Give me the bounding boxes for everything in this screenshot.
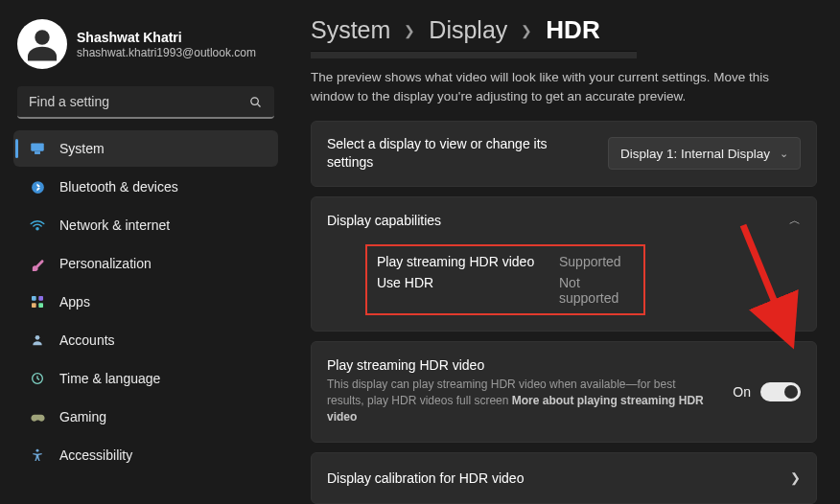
crumb-hdr: HDR <box>546 15 599 45</box>
search-input[interactable] <box>29 94 247 109</box>
nav-network[interactable]: Network & internet <box>13 207 278 243</box>
svg-point-5 <box>32 181 44 194</box>
nav-accounts[interactable]: Accounts <box>13 322 278 358</box>
cap-row-value: Supported <box>559 254 634 269</box>
wifi-icon <box>29 217 46 234</box>
svg-point-1 <box>250 97 258 104</box>
svg-point-13 <box>36 449 39 452</box>
clock-icon <box>29 370 46 387</box>
stream-hdr-description: This display can play streaming HDR vide… <box>327 377 713 426</box>
bluetooth-icon <box>29 178 46 195</box>
chevron-right-icon: ❯ <box>404 23 415 38</box>
capabilities-highlight: Play streaming HDR video Supported Use H… <box>365 244 645 315</box>
svg-point-11 <box>35 335 40 340</box>
nav-bluetooth[interactable]: Bluetooth & devices <box>13 169 278 205</box>
stream-hdr-title: Play streaming HDR video <box>327 357 713 373</box>
play-streaming-hdr-panel: Play streaming HDR video This display ca… <box>311 341 817 443</box>
display-calibration-panel[interactable]: Display calibration for HDR video ❯ <box>311 452 817 504</box>
search-box[interactable] <box>17 86 274 119</box>
user-name: Shashwat Khatri <box>77 29 256 46</box>
main-content: System ❯ Display ❯ HDR The preview shows… <box>288 0 840 504</box>
apps-icon <box>29 293 46 310</box>
nav-label: Network & internet <box>59 218 170 233</box>
nav-label: System <box>59 141 105 156</box>
accessibility-icon <box>29 447 46 464</box>
svg-rect-10 <box>38 303 43 308</box>
crumb-display[interactable]: Display <box>429 16 507 44</box>
nav-label: Accessibility <box>59 447 132 463</box>
display-capabilities-header[interactable]: Display capabilities ︿ <box>312 197 816 244</box>
sidebar: Shashwat Khatri shashwat.khatri1993@outl… <box>0 0 288 504</box>
stream-hdr-toggle[interactable] <box>760 382 801 401</box>
nav-label: Time & language <box>59 371 160 386</box>
nav-gaming[interactable]: Gaming <box>13 399 278 435</box>
nav-personalization[interactable]: Personalization <box>13 245 278 282</box>
chevron-right-icon: ❯ <box>521 23 532 38</box>
nav-label: Bluetooth & devices <box>59 179 178 195</box>
avatar <box>17 19 67 69</box>
display-dropdown[interactable]: Display 1: Internal Display ⌄ <box>608 137 801 170</box>
chevron-down-icon: ⌄ <box>780 148 788 160</box>
person-icon <box>29 332 46 349</box>
nav-label: Accounts <box>59 332 115 348</box>
nav-label: Personalization <box>59 256 152 271</box>
gaming-icon <box>29 408 46 425</box>
svg-rect-7 <box>32 296 36 301</box>
display-selector-panel: Select a display to view or change its s… <box>311 121 817 187</box>
nav-label: Gaming <box>59 409 106 424</box>
nav-apps[interactable]: Apps <box>13 284 278 320</box>
svg-point-0 <box>35 30 49 44</box>
cap-row-label: Play streaming HDR video <box>377 254 540 269</box>
monitor-icon <box>29 140 46 157</box>
toggle-state-label: On <box>733 384 751 400</box>
svg-rect-3 <box>31 143 44 150</box>
cap-row-label: Use HDR <box>377 275 540 306</box>
display-selector-label: Select a display to view or change its s… <box>327 135 586 172</box>
crumb-system[interactable]: System <box>311 16 390 44</box>
svg-rect-4 <box>35 152 40 154</box>
capabilities-title: Display capabilities <box>327 213 441 228</box>
nav-accessibility[interactable]: Accessibility <box>13 437 278 473</box>
svg-point-6 <box>36 228 38 230</box>
display-dropdown-value: Display 1: Internal Display <box>620 147 770 161</box>
calibration-label: Display calibration for HDR video <box>327 470 524 486</box>
search-icon <box>247 94 263 109</box>
nav-list: System Bluetooth & devices Network & int… <box>13 130 278 473</box>
nav-label: Apps <box>59 294 90 309</box>
display-capabilities-card: Display capabilities ︿ Play streaming HD… <box>311 196 817 332</box>
svg-rect-9 <box>32 303 36 308</box>
account-header[interactable]: Shashwat Khatri shashwat.khatri1993@outl… <box>13 15 278 82</box>
preview-description: The preview shows what video will look l… <box>311 68 809 107</box>
brush-icon <box>29 255 46 272</box>
preview-strip <box>311 51 637 58</box>
user-email: shashwat.khatri1993@outlook.com <box>77 46 256 59</box>
nav-system[interactable]: System <box>13 130 278 167</box>
svg-line-2 <box>257 103 260 106</box>
breadcrumb: System ❯ Display ❯ HDR <box>311 8 817 49</box>
svg-rect-8 <box>38 296 43 301</box>
toggle-knob <box>784 385 798 399</box>
chevron-right-icon: ❯ <box>790 470 801 485</box>
cap-row-value: Not supported <box>559 275 634 306</box>
chevron-up-icon: ︿ <box>789 213 801 229</box>
nav-time[interactable]: Time & language <box>13 360 278 397</box>
